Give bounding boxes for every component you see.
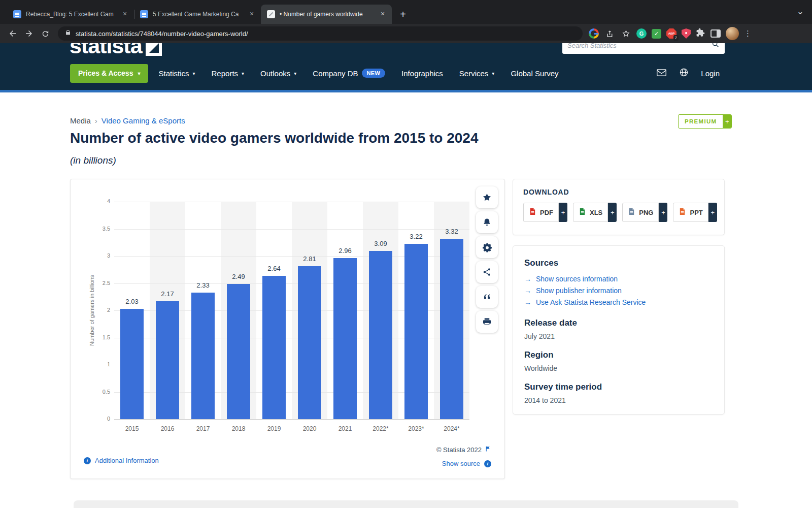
bookmark-star-icon[interactable] — [620, 26, 631, 41]
download-format-label: XLS — [590, 209, 602, 216]
tab-close-icon[interactable]: × — [121, 10, 129, 18]
arrow-right-icon: → — [524, 273, 531, 285]
nav-item-outlooks[interactable]: Outlooks▾ — [260, 69, 296, 78]
nav-item-infographics[interactable]: Infographics — [401, 69, 443, 78]
survey-period-heading: Survey time period — [524, 382, 713, 392]
nav-item-company-db[interactable]: Company DBNEW — [313, 69, 385, 78]
download-pdf-button[interactable]: PDF — [523, 203, 559, 222]
citation-quote-button[interactable] — [476, 286, 498, 308]
chart-plot: 00.511.522.533.542.0320152.1720162.33201… — [114, 202, 469, 419]
download-xls-button[interactable]: XLS — [573, 203, 608, 222]
link-show-sources-information[interactable]: →Show sources information — [524, 273, 713, 285]
site-header: statista Prices & Access ▾ Statistics▾Re… — [0, 43, 812, 90]
url-bar[interactable]: statista.com/statistics/748044/number-vi… — [58, 26, 583, 41]
mail-icon[interactable] — [656, 68, 667, 79]
shield-extension-icon[interactable] — [682, 28, 691, 39]
additional-information-link[interactable]: i Additional Information — [84, 457, 159, 464]
nav-item-reports[interactable]: Reports▾ — [212, 69, 245, 78]
breadcrumb: Media › Video Gaming & eSports — [70, 116, 185, 125]
grammarly-extension-icon[interactable]: G — [636, 28, 647, 39]
chart-card: Number of gamers in billions 00.511.522.… — [70, 179, 505, 479]
download-heading: DOWNLOAD — [523, 188, 714, 196]
logo-mark-icon — [146, 43, 162, 56]
settings-gear-button[interactable] — [476, 236, 498, 258]
show-source-link[interactable]: Show source i — [442, 460, 491, 467]
browser-tab[interactable]: • Number of gamers worldwide× — [261, 5, 392, 24]
google-icon[interactable] — [589, 28, 599, 39]
extensions-puzzle-icon[interactable] — [696, 28, 705, 40]
browser-tab[interactable]: 5 Excellent Game Marketing Ca× — [134, 5, 261, 24]
adblock-extension-icon[interactable]: ABP 7 — [666, 28, 676, 39]
chart-bar — [333, 258, 357, 419]
search-input[interactable] — [567, 43, 707, 49]
profile-avatar[interactable] — [726, 27, 739, 40]
copyright-text: © Statista 2022 — [436, 446, 482, 454]
side-panel-icon[interactable] — [710, 29, 721, 38]
docs-favicon — [13, 10, 21, 18]
notification-bell-button[interactable] — [476, 211, 498, 233]
nav-item-label: Global Survey — [511, 69, 558, 78]
source-link-label: Show sources information — [536, 273, 618, 285]
tab-close-icon[interactable]: × — [379, 10, 387, 18]
globe-icon[interactable] — [679, 68, 689, 79]
screen: Rebecca_Blog: 5 Excellent Gam×5 Excellen… — [0, 0, 812, 508]
bar-value-label: 2.81 — [292, 255, 327, 263]
add-download-button[interactable]: + — [608, 203, 617, 222]
link-show-publisher-information[interactable]: →Show publisher information — [524, 285, 713, 297]
x-tick-label: 2017 — [185, 425, 221, 432]
download-group-ppt: PPT+ — [673, 203, 717, 222]
share-icon[interactable] — [604, 26, 615, 41]
bar-value-label: 2.17 — [150, 290, 185, 298]
premium-badge[interactable]: PREMIUM + — [678, 114, 732, 129]
share-chart-button[interactable] — [476, 261, 498, 283]
nav-item-label: Outlooks — [260, 69, 290, 78]
prices-access-label: Prices & Access — [78, 69, 133, 77]
main-nav-row: Prices & Access ▾ Statistics▾Reports▾Out… — [0, 64, 812, 83]
tab-close-icon[interactable]: × — [248, 10, 256, 18]
back-icon[interactable] — [5, 26, 20, 41]
breadcrumb-category-link[interactable]: Video Gaming & eSports — [101, 116, 185, 125]
link-use-ask-statista-research-service[interactable]: →Use Ask Statista Research Service — [524, 297, 713, 308]
nav-item-statistics[interactable]: Statistics▾ — [158, 69, 195, 78]
login-link[interactable]: Login — [701, 69, 720, 78]
add-download-button[interactable]: + — [559, 203, 567, 222]
tab-title: 5 Excellent Game Marketing Ca — [153, 11, 243, 18]
add-download-button[interactable]: + — [659, 203, 667, 222]
add-download-button[interactable]: + — [708, 203, 717, 222]
release-date-value: July 2021 — [524, 332, 713, 340]
tab-search-chevron-icon[interactable]: ⌄ — [797, 6, 804, 17]
site-search[interactable] — [562, 43, 725, 54]
new-tab-button[interactable]: + — [396, 7, 410, 21]
download-ppt-button[interactable]: PPT — [673, 203, 708, 222]
statista-logo[interactable]: statista — [70, 43, 162, 58]
tab-title: • Number of gamers worldwide — [280, 11, 374, 18]
breadcrumb-section[interactable]: Media — [70, 116, 91, 125]
chart-bar — [191, 293, 215, 419]
y-tick-label: 1.5 — [90, 334, 110, 340]
bar-value-label: 2.03 — [114, 298, 150, 305]
source-link-label: Show publisher information — [536, 285, 622, 297]
bar-value-label: 3.32 — [434, 228, 469, 235]
flag-icon[interactable] — [485, 446, 491, 454]
bar-value-label: 3.09 — [363, 240, 398, 247]
nav-item-global-survey[interactable]: Global Survey — [511, 69, 558, 78]
y-tick-label: 4 — [90, 198, 110, 204]
browser-menu-icon[interactable]: ⋮ — [744, 29, 750, 38]
nav-item-services[interactable]: Services▾ — [459, 69, 495, 78]
forward-icon[interactable] — [21, 26, 37, 41]
search-icon[interactable] — [712, 43, 720, 50]
page-favicon — [267, 10, 275, 18]
reload-icon[interactable] — [38, 26, 53, 41]
breadcrumb-separator-icon: › — [95, 116, 97, 125]
print-button[interactable] — [476, 311, 498, 333]
y-tick-label: 0 — [90, 416, 110, 422]
bar-value-label: 2.49 — [221, 273, 256, 280]
download-png-button[interactable]: PNG — [622, 203, 659, 222]
chart-bar — [440, 239, 463, 419]
download-group-png: PNG+ — [622, 203, 667, 222]
download-card: DOWNLOAD PDF+XLS+PNG+PPT+ — [513, 179, 725, 235]
browser-tab[interactable]: Rebecca_Blog: 5 Excellent Gam× — [7, 5, 134, 24]
green-extension-icon[interactable]: ✓ — [652, 29, 661, 39]
prices-access-button[interactable]: Prices & Access ▾ — [70, 64, 148, 83]
favorite-button[interactable] — [476, 186, 498, 208]
